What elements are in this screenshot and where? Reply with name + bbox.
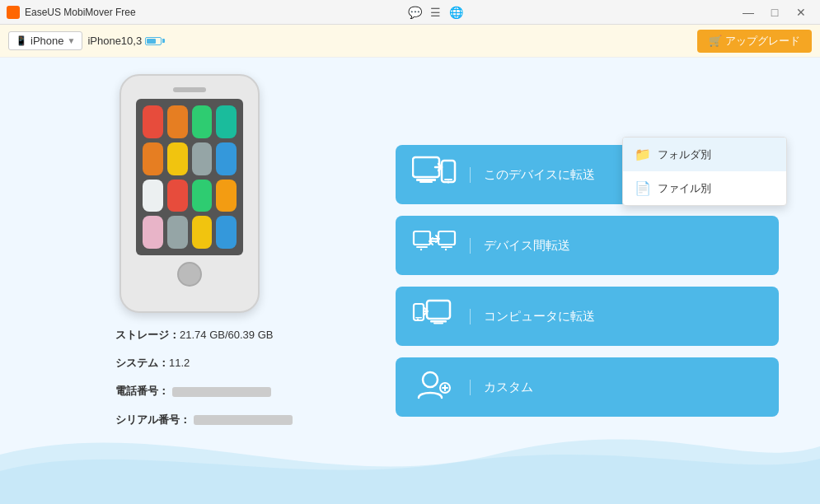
file-option[interactable]: 📄 ファイル別 (623, 171, 786, 205)
phone-label: 電話番号： (115, 385, 169, 397)
transfer-between-icon (412, 225, 457, 267)
serial-row: シリアル番号： (115, 413, 379, 427)
device-name: iPhone (30, 35, 63, 47)
device-dropdown[interactable]: 📱 iPhone ▼ (8, 31, 82, 50)
cart-icon: 🛒 (709, 35, 722, 47)
svg-rect-2 (419, 181, 433, 183)
app-title: EaseUS MobiMover Free (25, 7, 136, 18)
device-selector: 📱 iPhone ▼ iPhone10,3 (8, 31, 165, 50)
phone-illustration (119, 74, 260, 313)
app-icon (216, 180, 237, 212)
globe-icon[interactable]: 🌐 (449, 6, 463, 19)
close-button[interactable]: ✕ (789, 0, 813, 25)
app-icon (167, 180, 188, 212)
system-label: システム： (115, 357, 169, 369)
transfer-between-label: デバイス間転送 (470, 238, 570, 254)
transfer-between-button[interactable]: デバイス間転送 (396, 216, 779, 275)
svg-rect-16 (415, 317, 422, 319)
file-label: ファイル別 (658, 181, 711, 196)
app-icon (192, 105, 213, 138)
app-icon (143, 105, 163, 138)
app-icon (216, 216, 237, 249)
svg-point-5 (447, 180, 450, 183)
folder-option[interactable]: 📁 フォルダ別 (623, 138, 786, 171)
transfer-to-pc-button[interactable]: コンピュータに転送 (396, 287, 779, 346)
battery-icon (145, 37, 165, 45)
devicebar: 📱 iPhone ▼ iPhone10,3 🛒 アップグレード (0, 25, 820, 58)
app-icon (192, 142, 213, 175)
titlebar-controls: — □ ✕ (736, 0, 813, 25)
serial-label: シリアル番号： (115, 413, 190, 426)
transfer-to-pc-icon (412, 296, 457, 338)
svg-rect-6 (414, 231, 430, 245)
chevron-down-icon: ▼ (67, 36, 75, 45)
svg-point-17 (417, 318, 419, 320)
svg-rect-1 (416, 179, 436, 181)
custom-label: カスタム (470, 380, 533, 395)
app-icon (167, 216, 188, 249)
app-icon (167, 142, 188, 175)
dropdown-menu: 📁 フォルダ別 📄 ファイル別 (622, 137, 787, 206)
storage-label: ストレージ： (115, 329, 180, 341)
svg-rect-12 (427, 301, 450, 319)
custom-button[interactable]: カスタム (396, 357, 779, 417)
file-icon: 📄 (635, 180, 651, 196)
upgrade-button[interactable]: 🛒 アップグレード (697, 30, 812, 53)
serial-value-blurred (194, 415, 293, 425)
upgrade-label: アップグレード (725, 34, 800, 49)
phone-home-button (177, 262, 202, 287)
menu-icon[interactable]: ☰ (430, 6, 441, 19)
svg-rect-14 (433, 322, 443, 324)
system-row: システム：11.2 (115, 356, 379, 371)
minimize-button[interactable]: — (736, 0, 761, 25)
transfer-to-device-label: このデバイスに転送 (470, 167, 595, 183)
storage-value: 21.74 GB/60.39 GB (180, 329, 273, 341)
app-logo (7, 6, 20, 19)
phone-screen (136, 99, 243, 255)
svg-rect-9 (438, 231, 455, 245)
app-icon (167, 105, 188, 138)
phone-body (119, 74, 260, 313)
app-icon (192, 180, 213, 212)
app-icon (143, 216, 163, 249)
app-icon (143, 142, 163, 175)
app-icon (192, 216, 213, 249)
device-model: iPhone10,3 (87, 35, 165, 47)
folder-label: フォルダ別 (658, 147, 711, 162)
svg-point-11 (445, 248, 447, 250)
svg-point-18 (423, 372, 438, 387)
storage-row: ストレージ：21.74 GB/60.39 GB (115, 328, 379, 343)
maximize-button[interactable]: □ (762, 0, 787, 25)
transfer-to-pc-label: コンピュータに転送 (470, 309, 595, 324)
svg-point-8 (420, 248, 422, 250)
svg-rect-4 (444, 179, 452, 180)
app-icon (216, 142, 237, 175)
svg-rect-10 (441, 246, 452, 248)
phone-value-blurred (172, 387, 271, 397)
titlebar-icons: 💬 ☰ 🌐 (408, 6, 463, 19)
svg-rect-7 (416, 246, 428, 248)
folder-icon: 📁 (635, 147, 651, 162)
titlebar-left: EaseUS MobiMover Free (7, 6, 136, 19)
titlebar: EaseUS MobiMover Free 💬 ☰ 🌐 — □ ✕ (0, 0, 820, 25)
transfer-to-device-icon (412, 154, 457, 196)
app-icon (143, 180, 163, 212)
left-panel: ストレージ：21.74 GB/60.39 GB システム：11.2 電話番号： … (0, 58, 379, 504)
main-content: ストレージ：21.74 GB/60.39 GB システム：11.2 電話番号： … (0, 58, 820, 504)
chat-icon[interactable]: 💬 (408, 6, 422, 19)
system-value: 11.2 (169, 357, 190, 369)
phone-row: 電話番号： (115, 384, 379, 399)
svg-rect-13 (430, 320, 447, 323)
device-info: ストレージ：21.74 GB/60.39 GB システム：11.2 電話番号： … (0, 328, 379, 441)
right-panel: このデバイスに転送 デバイス間転送 (379, 58, 820, 504)
app-icon (216, 105, 237, 138)
custom-icon (412, 366, 457, 408)
phone-speaker (173, 87, 206, 92)
